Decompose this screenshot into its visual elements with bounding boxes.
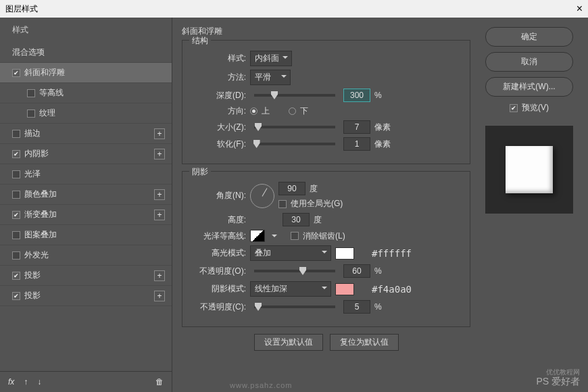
group-shadow: 阴影 角度(N): 度 使用全局光(G) 高度: 度 光泽等高 (182, 171, 470, 327)
checkbox-icon[interactable] (510, 104, 518, 112)
title-bar: 图层样式 × (0, 0, 588, 18)
soften-input[interactable] (343, 137, 370, 151)
sidebar-item-stroke[interactable]: 描边 + (0, 124, 172, 144)
dir-up-radio[interactable] (250, 107, 258, 115)
checkbox-icon[interactable] (12, 191, 20, 199)
shadow-color-text: #f4a0a0 (372, 284, 412, 295)
highlight-opacity-slider[interactable] (254, 270, 335, 272)
main-panel: 斜面和浮雕 结构 样式: 内斜面 方法: 平滑 深度(D): % 方向: 上 下 (172, 18, 480, 392)
plus-icon[interactable]: + (154, 210, 165, 220)
plus-icon[interactable]: + (154, 291, 165, 301)
arrow-down-icon[interactable]: ↓ (37, 377, 41, 387)
sidebar-item-outer-glow[interactable]: 外发光 (0, 245, 172, 266)
checkbox-icon[interactable] (12, 150, 20, 158)
cancel-button[interactable]: 取消 (485, 52, 573, 72)
plus-icon[interactable]: + (154, 128, 165, 139)
sidebar-styles-header: 样式 (0, 18, 172, 43)
checkbox-icon[interactable] (12, 130, 20, 138)
checkbox-icon[interactable] (12, 231, 20, 239)
plus-icon[interactable]: + (154, 270, 165, 281)
panel-title: 斜面和浮雕 (182, 26, 470, 37)
shadow-opacity-input[interactable] (343, 300, 370, 314)
size-input[interactable] (343, 120, 370, 134)
checkbox-icon[interactable] (27, 89, 35, 97)
checkbox-icon[interactable] (12, 292, 20, 300)
close-icon[interactable]: × (577, 3, 583, 15)
checkbox-icon[interactable] (12, 272, 20, 280)
sidebar-item-inner-shadow[interactable]: 内阴影 + (0, 144, 172, 164)
checkbox-icon[interactable] (12, 69, 20, 77)
preview-toggle[interactable]: 预览(V) (510, 102, 549, 114)
checkbox-icon[interactable] (12, 170, 20, 178)
sidebar-item-texture[interactable]: 纹理 (0, 103, 172, 124)
ok-button[interactable]: 确定 (485, 27, 573, 47)
size-slider[interactable] (254, 126, 335, 128)
content: 样式 混合选项 斜面和浮雕 等高线 纹理 描边 + 内阴影 + 光泽 颜色叠加 … (0, 18, 588, 392)
dir-down-radio[interactable] (289, 107, 296, 115)
watermark: PS 爱好者 (536, 376, 580, 388)
highlight-mode-select[interactable]: 叠加 (250, 245, 331, 261)
sidebar-item-pattern-overlay[interactable]: 图案叠加 (0, 225, 172, 245)
method-select[interactable]: 平滑 (250, 70, 291, 85)
highlight-color-swatch[interactable] (335, 247, 354, 260)
set-default-button[interactable]: 设置为默认值 (254, 334, 323, 351)
global-light-checkbox[interactable] (278, 200, 287, 208)
shadow-color-swatch[interactable] (335, 283, 354, 295)
angle-input[interactable] (278, 182, 305, 195)
preview-inner (506, 146, 553, 193)
fx-icon[interactable]: fx (8, 377, 14, 387)
sidebar-item-satin[interactable]: 光泽 (0, 164, 172, 185)
style-select[interactable]: 内斜面 (250, 51, 292, 66)
shadow-mode-select[interactable]: 线性加深 (250, 281, 331, 297)
sidebar-footer: fx ↑ ↓ 🗑 (0, 371, 172, 392)
sidebar-item-color-overlay[interactable]: 颜色叠加 + (0, 185, 172, 205)
checkbox-icon[interactable] (12, 251, 20, 260)
group-structure: 结构 样式: 内斜面 方法: 平滑 深度(D): % 方向: 上 下 (182, 40, 470, 164)
watermark-url: www.psahz.com (230, 381, 292, 389)
soften-slider[interactable] (254, 143, 335, 145)
sidebar-item-gradient-overlay[interactable]: 渐变叠加 + (0, 205, 172, 225)
preview-box (485, 126, 573, 214)
arrow-up-icon[interactable]: ↑ (24, 377, 28, 387)
trash-icon[interactable]: 🗑 (155, 377, 164, 387)
antialias-checkbox[interactable] (291, 232, 299, 240)
plus-icon[interactable]: + (154, 149, 165, 160)
checkbox-icon[interactable] (27, 109, 35, 118)
angle-dial[interactable] (250, 184, 274, 208)
window-title: 图层样式 (5, 3, 38, 15)
plus-icon[interactable]: + (154, 189, 165, 200)
checkbox-icon[interactable] (12, 211, 20, 219)
altitude-input[interactable] (283, 213, 310, 226)
panel-footer: 设置为默认值 复位为默认值 (182, 334, 470, 351)
highlight-color-text: #ffffff (372, 248, 412, 259)
shadow-opacity-slider[interactable] (254, 305, 335, 308)
depth-input[interactable] (343, 89, 370, 102)
chevron-down-icon[interactable] (269, 231, 277, 241)
sidebar-item-drop-shadow-1[interactable]: 投影 + (0, 266, 172, 286)
sidebar-item-contour[interactable]: 等高线 (0, 83, 172, 103)
sidebar-blend-options[interactable]: 混合选项 (0, 43, 172, 63)
right-column: 确定 取消 新建样式(W)... 预览(V) (480, 18, 588, 392)
new-style-button[interactable]: 新建样式(W)... (485, 77, 573, 97)
reset-default-button[interactable]: 复位为默认值 (330, 334, 399, 351)
sidebar: 样式 混合选项 斜面和浮雕 等高线 纹理 描边 + 内阴影 + 光泽 颜色叠加 … (0, 18, 172, 392)
highlight-opacity-input[interactable] (343, 264, 370, 278)
depth-slider[interactable] (254, 94, 335, 97)
gloss-contour-swatch[interactable] (250, 230, 265, 242)
sidebar-item-bevel[interactable]: 斜面和浮雕 (0, 63, 172, 83)
sidebar-item-drop-shadow-2[interactable]: 投影 + (0, 286, 172, 306)
